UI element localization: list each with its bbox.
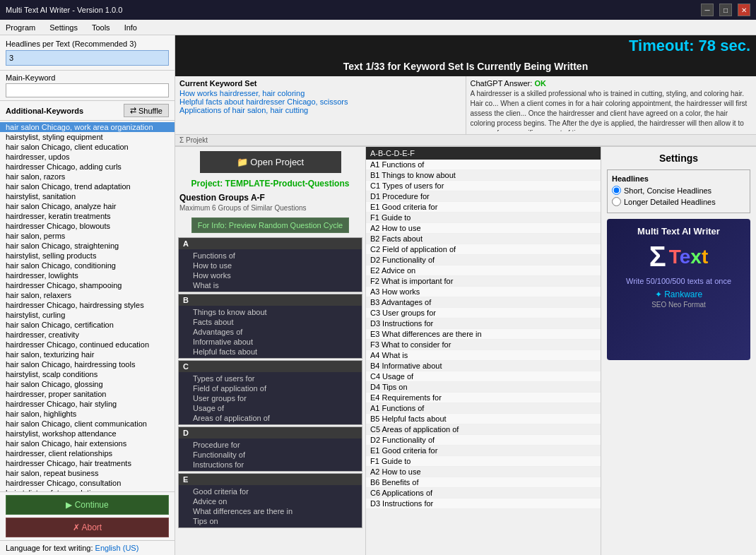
longer-headlines-option[interactable]: Longer Detailed Headlines [612,197,745,206]
keyword-item[interactable]: hair salon, perms [0,231,175,241]
keyword-item[interactable]: hairdresser, client relationships [0,448,175,458]
group-header[interactable]: C [179,361,362,372]
keyword-item[interactable]: hairdresser, proper sanitation [0,389,175,399]
keyword-item[interactable]: hair salon Chicago, analyze hair [0,201,175,211]
longer-headlines-radio[interactable] [612,197,621,206]
group-item[interactable]: Areas of application of [193,413,358,423]
abcd-list-item[interactable]: A4 What is [366,350,601,361]
group-item[interactable]: Instructions for [193,460,358,470]
abcd-list-item[interactable]: C2 Field of application of [366,244,601,255]
keyword-item[interactable]: hair salon Chicago, conditioning [0,261,175,270]
open-project-button[interactable]: 📁 Open Project [200,151,341,173]
abcd-list-item[interactable]: A2 How to use [366,223,601,234]
keyword-item[interactable]: hairdresser Chicago, consultation [0,478,175,488]
close-button[interactable]: ✕ [738,4,750,16]
group-item[interactable]: Helpful facts about [193,347,358,357]
abcd-list-item[interactable]: B6 Benefits of [366,477,601,488]
minimize-button[interactable]: ─ [701,4,714,16]
keywords-list[interactable]: hair salon Chicago, work area organizati… [0,121,175,492]
keyword-item[interactable]: hair salon, repeat business [0,468,175,478]
group-header[interactable]: A [179,238,362,249]
abcd-list-item[interactable]: D3 Instructions for [366,318,601,329]
keyword-item[interactable]: hair salon Chicago, hair extensions [0,438,175,448]
keyword-item[interactable]: hairstylist, styling equipment [0,132,175,142]
abcd-list-item[interactable]: C5 Areas of application of [366,424,601,435]
keyword-item[interactable]: hairstylist, sanitation [0,191,175,201]
preview-button[interactable]: For Info: Preview Random Question Cycle [191,217,349,233]
menu-info[interactable]: Info [122,22,140,33]
abcd-list-item[interactable]: E1 Good criteria for [366,446,601,456]
group-item[interactable]: Procedure for [193,440,358,450]
group-item[interactable]: What differences are there in [193,506,358,516]
keyword-item[interactable]: hair salon Chicago, trend adaptation [0,181,175,191]
keyword-item[interactable]: hair salon Chicago, certification [0,320,175,330]
abcd-list-item[interactable]: D1 Procedure for [366,191,601,202]
continue-button[interactable]: ▶ Continue [6,495,169,515]
keyword-item[interactable]: hairdresser, lowlights [0,270,175,280]
abcd-list-item[interactable]: F3 What to consider for [366,340,601,350]
group-item[interactable]: Field of application of [193,383,358,393]
abcd-list-item[interactable]: B2 Facts about [366,234,601,244]
group-item[interactable]: Functionality of [193,450,358,460]
keyword-link[interactable]: How works hairdresser, hair coloring [179,89,461,97]
group-item[interactable]: How works [193,270,358,280]
keyword-item[interactable]: hairstylist, scalp conditions [0,369,175,379]
abcd-list-item[interactable]: B1 Things to know about [366,170,601,181]
abcd-list-item[interactable]: D3 Instructions for [366,499,601,509]
abcd-list-item[interactable]: A3 How works [366,287,601,297]
abcd-list-item[interactable]: E3 What differences are there in [366,329,601,340]
abcd-list-item[interactable]: B5 Helpful facts about [366,414,601,424]
group-item[interactable]: Functions of [193,251,358,261]
group-item[interactable]: Good criteria for [193,487,358,496]
keyword-item[interactable]: hair salon Chicago, client education [0,142,175,152]
group-item[interactable]: Informative about [193,337,358,347]
keyword-item[interactable]: hair salon Chicago, hairdressing tools [0,359,175,369]
group-header[interactable]: D [179,427,362,438]
abcd-list-item[interactable]: A1 Functions of [366,160,601,170]
keyword-item[interactable]: hairstylist, workshop attendance [0,429,175,438]
keyword-item[interactable]: hair salon, razors [0,172,175,181]
keyword-item[interactable]: hairdresser Chicago, shampooing [0,280,175,290]
abcd-list-item[interactable]: A1 Functions of [366,403,601,414]
abcd-list-item[interactable]: F1 Guide to [366,213,601,223]
menu-tools[interactable]: Tools [89,22,113,33]
abcd-list-item[interactable]: E4 Requirements for [366,393,601,403]
group-item[interactable]: User groups for [193,393,358,403]
keyword-item[interactable]: hairdresser Chicago, hairdressing styles [0,300,175,310]
group-item[interactable]: Usage of [193,403,358,413]
maximize-button[interactable]: □ [719,4,732,16]
abcd-list-item[interactable]: A2 How to use [366,467,601,477]
keyword-item[interactable]: hair salon, highlights [0,409,175,419]
abort-button[interactable]: ✗ Abort [6,518,169,537]
short-headlines-option[interactable]: Short, Concise Headlines [612,186,745,195]
abcd-list-item[interactable]: C4 Usage of [366,371,601,382]
keyword-item[interactable]: hair salon, texturizing hair [0,350,175,359]
keyword-item[interactable]: hair salon Chicago, glossing [0,379,175,389]
group-item[interactable]: Advantages of [193,327,358,337]
group-item[interactable]: What is [193,280,358,290]
keyword-link[interactable]: Applications of hair salon, hair cutting [179,106,461,114]
group-header[interactable]: B [179,294,362,306]
abcd-list-item[interactable]: C6 Applications of [366,488,601,499]
abcd-list-item[interactable]: B4 Informative about [366,361,601,371]
group-item[interactable]: Tips on [193,516,358,526]
keyword-item[interactable]: hair salon Chicago, client communication [0,419,175,429]
keyword-item[interactable]: hairdresser, keratin treatments [0,211,175,221]
keyword-item[interactable]: hairdresser Chicago, adding curls [0,162,175,172]
abcd-list-item[interactable]: C3 User groups for [366,308,601,318]
headlines-per-text-input[interactable] [6,50,169,66]
keyword-item[interactable]: hair salon Chicago, straightening [0,241,175,251]
keyword-item[interactable]: hair salon, relaxers [0,290,175,300]
group-header[interactable]: E [179,474,362,485]
keyword-item[interactable]: hairdresser, creativity [0,330,175,340]
abcd-list-item[interactable]: F2 What is important for [366,276,601,287]
abcd-list-item[interactable]: D2 Functionality of [366,435,601,446]
group-item[interactable]: Things to know about [193,307,358,317]
keyword-item[interactable]: hairdresser Chicago, continued education [0,340,175,350]
abcd-list-item[interactable]: F1 Guide to [366,456,601,467]
keyword-item[interactable]: hairdresser, updos [0,152,175,162]
short-headlines-radio[interactable] [612,186,621,195]
group-item[interactable]: Types of users for [193,374,358,383]
group-item[interactable]: Facts about [193,317,358,327]
keyword-item[interactable]: hairdresser Chicago, blowouts [0,221,175,231]
